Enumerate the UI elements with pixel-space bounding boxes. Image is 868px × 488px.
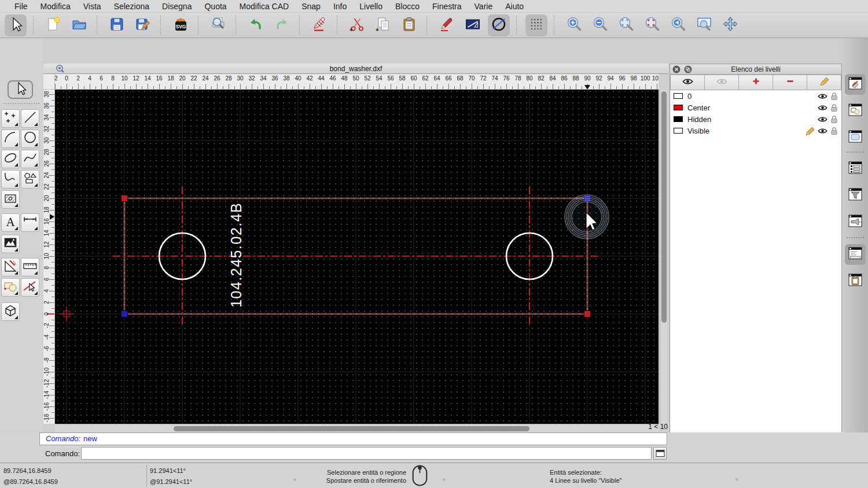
snap-entity-button[interactable] — [488, 14, 510, 36]
horizontal-scrollbar-thumb[interactable] — [174, 426, 529, 431]
circle-tool-button[interactable] — [21, 130, 39, 148]
zoom-auto-button[interactable] — [615, 14, 637, 36]
zoom-pan-button[interactable] — [719, 14, 741, 36]
ruler-tick — [258, 86, 258, 89]
dock-command-line-button[interactable] — [845, 244, 866, 265]
dock-entity-list-button[interactable] — [845, 158, 866, 179]
zoom-redraw-button[interactable] — [641, 14, 663, 36]
save-button[interactable] — [106, 14, 128, 36]
menu-info[interactable]: Info — [327, 0, 353, 13]
save-as-button[interactable] — [132, 14, 154, 36]
redo-button[interactable] — [271, 14, 293, 36]
menu-finestra[interactable]: Finestra — [426, 0, 468, 13]
hatch-tool-button[interactable] — [1, 190, 20, 209]
menu-modifica[interactable]: Modifica — [34, 0, 77, 13]
dock-pen-palette-icon — [847, 212, 864, 232]
paste-button[interactable] — [398, 14, 420, 36]
zoom-out-button[interactable] — [589, 14, 611, 36]
snap-grid-button[interactable] — [525, 14, 547, 36]
polyline-tool-button[interactable] — [1, 170, 20, 188]
save-as-icon — [134, 16, 152, 35]
solid-tool-button[interactable] — [1, 302, 20, 321]
remove-layer-button[interactable] — [773, 75, 807, 90]
select-entities-tool-button[interactable] — [21, 278, 39, 297]
vertical-scrollbar[interactable] — [660, 90, 667, 424]
menu-vista[interactable]: Vista — [77, 0, 108, 13]
toolbar-separator — [554, 16, 559, 35]
layer-lock-icon[interactable] — [830, 115, 838, 124]
command-input[interactable] — [81, 447, 652, 460]
layer-visibility-eye-icon[interactable] — [818, 116, 827, 123]
svg-export-button[interactable]: SVG — [170, 14, 192, 36]
arc-tool-button[interactable] — [1, 130, 20, 148]
dock-library-browser-button[interactable] — [845, 127, 866, 148]
ruler-label: -12 — [43, 378, 50, 389]
document-title-bar[interactable]: bond_washer.dxf — [43, 64, 668, 74]
ruler-label: 8 — [43, 262, 50, 273]
zoom-in-button[interactable] — [563, 14, 585, 36]
points-tool-button[interactable] — [1, 109, 20, 128]
layer-visibility-eye-icon[interactable] — [818, 93, 827, 100]
select-button[interactable] — [5, 14, 27, 36]
spline-tool-button[interactable] — [21, 150, 39, 168]
print-preview-icon — [209, 16, 227, 35]
menu-file[interactable]: File — [8, 0, 34, 13]
layer-lock-icon[interactable] — [830, 127, 838, 135]
hide-all-layers-button[interactable] — [705, 75, 739, 90]
dimension-tool-button[interactable] — [21, 213, 39, 232]
dock-block-list-button[interactable] — [845, 101, 866, 121]
dock-pen-palette-button[interactable] — [845, 212, 866, 232]
menu-modifica-cad[interactable]: Modifica CAD — [233, 0, 296, 13]
horizontal-scrollbar[interactable] — [55, 424, 659, 432]
ruler-label: 2 — [43, 297, 50, 308]
drawing-entities: 104.245.02.4B — [55, 90, 659, 424]
text-tool-button[interactable]: A — [1, 213, 20, 232]
select-arrow-button[interactable] — [8, 80, 33, 99]
layer-row-visible[interactable]: Visible — [670, 125, 841, 136]
layer-row-hidden[interactable]: Hidden — [670, 113, 841, 125]
draft-line-button[interactable] — [462, 14, 484, 36]
zoom-window-button[interactable] — [693, 14, 715, 36]
menu-snap[interactable]: Snap — [295, 0, 327, 13]
layer-lock-icon[interactable] — [830, 92, 838, 101]
command-detach-button[interactable] — [653, 447, 667, 460]
copy-button[interactable]: + — [372, 14, 394, 36]
dock-layer-list-button[interactable] — [845, 74, 866, 95]
new-file-button[interactable] — [42, 14, 64, 36]
cursor-position-marker-y — [50, 214, 54, 220]
zoom-previous-button[interactable] — [667, 14, 689, 36]
show-all-layers-button[interactable] — [670, 75, 705, 90]
undo-button[interactable] — [245, 14, 267, 36]
block-tool-button[interactable] — [1, 278, 20, 297]
drawing-canvas[interactable]: 104.245.02.4B — [55, 90, 659, 424]
menu-varie[interactable]: Varie — [468, 0, 499, 13]
modify-tool-button[interactable] — [1, 258, 20, 276]
menu-disegna[interactable]: Disegna — [156, 0, 198, 13]
line-tool-button[interactable] — [21, 109, 39, 128]
delete-selected-button[interactable] — [308, 14, 330, 36]
text-icon: A — [2, 213, 19, 232]
cut-button[interactable]: + — [346, 14, 368, 36]
dock-clipboard-button[interactable] — [845, 271, 866, 291]
measure-tool-button[interactable] — [21, 258, 39, 276]
layer-row-center[interactable]: Center — [670, 102, 841, 113]
vertical-scrollbar-thumb[interactable] — [661, 91, 667, 323]
edit-layer-button[interactable] — [807, 75, 841, 90]
print-preview-button[interactable] — [207, 14, 229, 36]
layer-visibility-eye-icon[interactable] — [818, 104, 827, 112]
menu-quota[interactable]: Quota — [198, 0, 233, 13]
layer-lock-icon[interactable] — [830, 103, 838, 112]
menu-seleziona[interactable]: Seleziona — [108, 0, 156, 13]
add-layer-button[interactable] — [739, 75, 773, 90]
menu-livello[interactable]: Livello — [353, 0, 389, 13]
polygon-tool-button[interactable] — [21, 170, 39, 188]
edit-attributes-button[interactable] — [436, 14, 458, 36]
layer-row-0[interactable]: 0 — [670, 90, 841, 102]
layer-visibility-eye-icon[interactable] — [818, 127, 827, 135]
dock-selection-filter-button[interactable] — [845, 185, 866, 206]
open-file-button[interactable] — [68, 14, 90, 36]
image-tool-button[interactable] — [1, 235, 20, 253]
ellipse-tool-button[interactable] — [1, 150, 20, 168]
menu-blocco[interactable]: Blocco — [389, 0, 426, 13]
menu-aiuto[interactable]: Aiuto — [499, 0, 530, 13]
